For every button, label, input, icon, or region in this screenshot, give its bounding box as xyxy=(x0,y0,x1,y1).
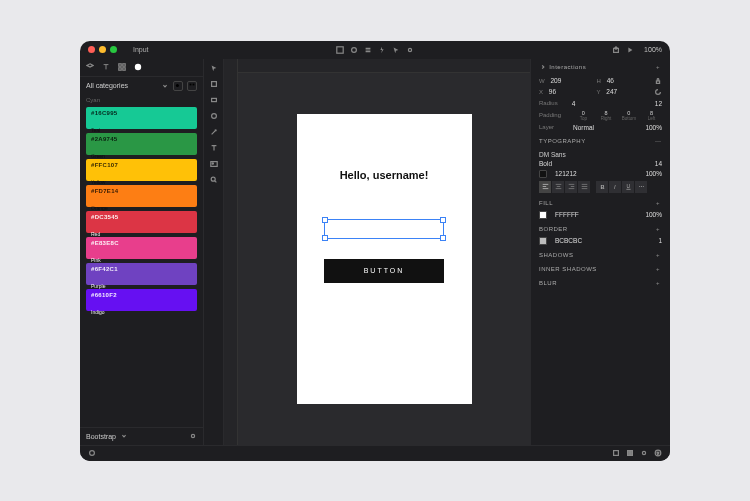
add-border-icon[interactable]: + xyxy=(654,225,662,233)
canvas[interactable]: Hello, username! BUTTON xyxy=(238,73,530,445)
pointer-icon[interactable] xyxy=(392,46,400,54)
input-element-selected[interactable] xyxy=(324,219,444,239)
fill-opacity[interactable]: 100% xyxy=(645,211,662,218)
assets-tab-icon[interactable] xyxy=(118,63,126,71)
maximize-window[interactable] xyxy=(110,46,117,53)
align-right[interactable] xyxy=(565,181,577,193)
height-field[interactable]: 46 xyxy=(607,77,614,84)
swatch-list: #16C995Teal#2A9745Green#FFC107Yellow#FD7… xyxy=(80,103,203,427)
link-icon[interactable] xyxy=(406,46,414,54)
add-blur-icon[interactable]: + xyxy=(654,279,662,287)
minimize-window[interactable] xyxy=(99,46,106,53)
library-selector[interactable]: Bootstrap xyxy=(80,427,203,445)
add-inner-shadow-icon[interactable]: + xyxy=(654,265,662,273)
layers-tab-icon[interactable] xyxy=(86,63,94,71)
color-swatch[interactable]: #E83E8CPink xyxy=(86,237,197,259)
bold-button[interactable]: B xyxy=(596,181,608,193)
category-selector[interactable]: All categories xyxy=(80,77,203,95)
color-swatch[interactable]: #FD7E14Orange xyxy=(86,185,197,207)
svg-rect-23 xyxy=(614,451,619,456)
border-width[interactable]: 1 xyxy=(658,237,662,244)
view-icon[interactable] xyxy=(640,449,648,457)
individual-radius[interactable]: 12 xyxy=(655,100,662,107)
zoom-level[interactable]: 100% xyxy=(644,46,662,53)
geometry-section: W 209 H 46 X 96 Y 247 Radius 4 12 Paddin… xyxy=(539,77,662,131)
blend-mode[interactable]: Normal xyxy=(573,124,594,131)
more-type-button[interactable] xyxy=(635,181,647,193)
add-interaction-icon[interactable]: + xyxy=(654,63,662,71)
border-color-swatch[interactable] xyxy=(539,237,547,245)
fill-color[interactable]: FFFFFF xyxy=(555,211,579,218)
pen-tool-icon[interactable] xyxy=(209,127,219,137)
grid-view-button[interactable] xyxy=(187,81,197,91)
chevron-right-icon[interactable] xyxy=(539,63,547,71)
add-fill-icon[interactable]: + xyxy=(654,199,662,207)
ellipse-tool-icon[interactable] xyxy=(209,111,219,121)
chevron-down-icon xyxy=(120,432,128,440)
frame-tool-icon[interactable] xyxy=(209,79,219,89)
palette-icon[interactable] xyxy=(88,449,96,457)
color-swatch[interactable]: #DC3545Red xyxy=(86,211,197,233)
bolt-icon[interactable] xyxy=(378,46,386,54)
settings-icon[interactable] xyxy=(350,46,358,54)
lock-aspect-icon[interactable] xyxy=(654,77,662,85)
gear-icon[interactable] xyxy=(189,432,197,440)
window-controls xyxy=(88,46,117,53)
help-icon[interactable]: ? xyxy=(654,449,662,457)
statusbar: ? xyxy=(80,445,670,461)
colors-tab-icon[interactable] xyxy=(134,63,142,71)
align-justify[interactable] xyxy=(578,181,590,193)
button-element[interactable]: BUTTON xyxy=(324,259,444,283)
border-section: BORDER+ BCBCBC 1 xyxy=(539,225,662,245)
italic-button[interactable]: I xyxy=(609,181,621,193)
text-color-swatch[interactable] xyxy=(539,170,547,178)
rect-tool-icon[interactable] xyxy=(209,95,219,105)
border-color[interactable]: BCBCBC xyxy=(555,237,582,244)
align-center[interactable] xyxy=(552,181,564,193)
canvas-area[interactable]: Hello, username! BUTTON xyxy=(224,59,530,445)
artboard[interactable]: Hello, username! BUTTON xyxy=(297,114,472,404)
search-icon[interactable] xyxy=(209,175,219,185)
width-field[interactable]: 209 xyxy=(550,77,561,84)
y-field[interactable]: 247 xyxy=(606,88,617,95)
inspector-panel: Interactions+ W 209 H 46 X 96 Y 247 Radi… xyxy=(530,59,670,445)
search-button[interactable] xyxy=(173,81,183,91)
font-weight[interactable]: Bold xyxy=(539,160,552,167)
color-swatch[interactable]: #2A9745Green xyxy=(86,133,197,155)
grid-icon[interactable] xyxy=(626,449,634,457)
x-field[interactable]: 96 xyxy=(549,88,556,95)
close-window[interactable] xyxy=(88,46,95,53)
titlebar: Input 100% xyxy=(80,41,670,59)
text-tool-icon[interactable] xyxy=(209,143,219,153)
image-tool-icon[interactable] xyxy=(209,159,219,169)
share-icon[interactable] xyxy=(612,46,620,54)
radius-field[interactable]: 4 xyxy=(572,100,576,107)
color-swatch[interactable]: #FFC107Yellow xyxy=(86,159,197,181)
document-title: Input xyxy=(133,46,149,53)
tree-icon[interactable] xyxy=(364,46,372,54)
viewport-icon[interactable] xyxy=(336,46,344,54)
color-swatch[interactable]: #6610F2Indigo xyxy=(86,289,197,311)
svg-point-8 xyxy=(176,83,179,86)
play-icon[interactable] xyxy=(626,46,634,54)
underline-button[interactable]: U xyxy=(622,181,634,193)
color-swatch[interactable]: #16C995Teal xyxy=(86,107,197,129)
layer-opacity[interactable]: 100% xyxy=(645,124,662,131)
align-left[interactable] xyxy=(539,181,551,193)
svg-rect-5 xyxy=(119,68,121,70)
svg-point-11 xyxy=(191,434,194,437)
svg-rect-9 xyxy=(190,83,192,85)
add-shadow-icon[interactable]: + xyxy=(654,251,662,259)
fill-color-swatch[interactable] xyxy=(539,211,547,219)
rotate-icon[interactable] xyxy=(654,88,662,96)
font-family[interactable]: DM Sans xyxy=(539,149,662,160)
text-opacity[interactable]: 100% xyxy=(645,170,662,177)
heading-text[interactable]: Hello, username! xyxy=(340,169,429,181)
add-typo-icon[interactable]: ⋯ xyxy=(654,137,662,145)
text-color[interactable]: 121212 xyxy=(555,170,577,177)
export-icon[interactable] xyxy=(612,449,620,457)
color-swatch[interactable]: #6F42C1Purple xyxy=(86,263,197,285)
move-tool-icon[interactable] xyxy=(209,63,219,73)
type-tab-icon[interactable] xyxy=(102,63,110,71)
font-size[interactable]: 14 xyxy=(655,160,662,167)
